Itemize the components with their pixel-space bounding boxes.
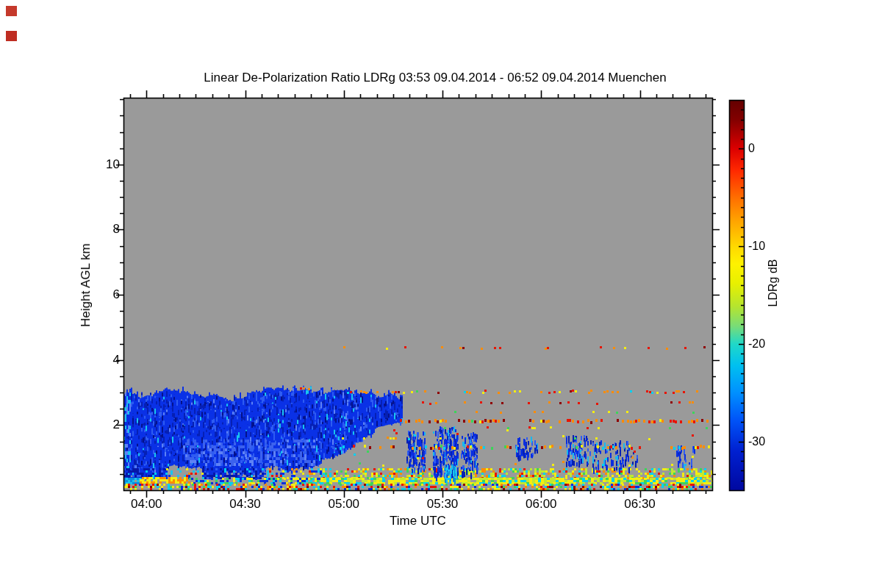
x-tick-label: 05:00 <box>318 497 370 512</box>
x-axis-label: Time UTC <box>123 514 712 528</box>
y-tick-label: 4 <box>76 353 120 368</box>
y-tick-label: 8 <box>76 222 120 237</box>
colorbar-tick-label: 0 <box>748 142 755 155</box>
x-tick-label: 06:30 <box>614 497 666 512</box>
x-tick-label: 05:30 <box>417 497 468 512</box>
ldr-quicklook-figure: Linear De-Polarization Ratio LDRg 03:53 … <box>0 0 882 588</box>
y-tick-label: 6 <box>76 287 120 302</box>
colorbar-tick-label: -10 <box>748 240 765 253</box>
colorbar-tick-label: -30 <box>748 435 765 448</box>
y-axis-label: Height AGL km <box>79 243 93 327</box>
y-tick-label: 2 <box>76 417 120 432</box>
x-tick-label: 06:00 <box>515 497 567 512</box>
y-tick-label: 10 <box>76 157 120 172</box>
x-tick-label: 04:00 <box>121 497 172 512</box>
x-tick-label: 04:30 <box>220 497 271 512</box>
chart-title: Linear De-Polarization Ratio LDRg 03:53 … <box>0 71 870 85</box>
colorbar-label: LDRg dB <box>767 259 780 307</box>
colorbar-tick-label: -20 <box>748 337 765 351</box>
